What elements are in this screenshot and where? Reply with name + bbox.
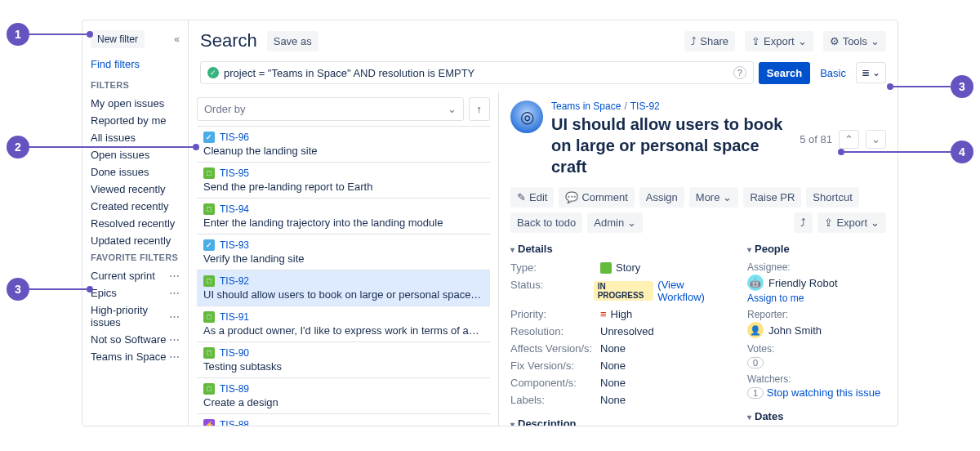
callout-3-left: 3: [7, 278, 93, 301]
chevron-down-icon: ⌄: [871, 217, 880, 229]
comment-icon: 💬: [565, 191, 578, 203]
chevron-down-icon: ⌄: [448, 103, 457, 115]
help-icon[interactable]: ?: [733, 66, 746, 79]
more-icon[interactable]: ⋯: [169, 270, 180, 282]
more-icon[interactable]: ⋯: [169, 310, 180, 323]
share-issue-button[interactable]: ⤴: [794, 212, 813, 233]
issue-row[interactable]: □TIS-95Send the pre-landing report to Ea…: [197, 162, 490, 198]
share-icon: ⤴: [800, 217, 806, 229]
sidebar-filter[interactable]: Viewed recently: [91, 181, 180, 198]
issue-row[interactable]: □TIS-89Create a design: [197, 377, 490, 413]
details-heading[interactable]: Details: [510, 243, 728, 255]
gear-icon: ⚙: [830, 35, 840, 47]
caret-icon: [747, 243, 751, 255]
issue-key[interactable]: TIS-91: [220, 311, 249, 323]
order-by-select[interactable]: Order by⌄: [197, 97, 464, 121]
story-icon: □: [203, 167, 215, 179]
issue-summary: Cleanup the landing site: [203, 145, 483, 157]
sidebar-filter[interactable]: Done issues: [91, 163, 180, 181]
sidebar-favorite-filter[interactable]: Epics⋯: [91, 284, 180, 301]
dates-heading[interactable]: Dates: [747, 410, 886, 422]
story-icon: □: [203, 347, 215, 359]
chevron-down-icon: ⌄: [872, 67, 880, 78]
caret-icon: [747, 410, 751, 422]
page-title: Search: [200, 30, 257, 51]
more-icon[interactable]: ⋯: [169, 351, 180, 363]
issue-summary: Create a design: [203, 396, 483, 409]
main-area: Search Save as ⤴Share ⇪Export ⌄ ⚙Tools ⌄…: [189, 20, 898, 426]
story-icon: □: [203, 311, 215, 323]
collapse-sidebar-icon[interactable]: «: [174, 33, 180, 45]
issue-row[interactable]: □TIS-90Testing subtasks: [197, 342, 490, 377]
export-icon: ⇪: [751, 35, 760, 47]
epic-icon: ⚡: [203, 419, 215, 426]
stop-watching-link[interactable]: Stop watching this issue: [767, 386, 880, 399]
breadcrumb[interactable]: Teams in Space/TIS-92: [551, 100, 791, 112]
share-button[interactable]: ⤴Share: [684, 31, 735, 51]
admin-button[interactable]: Admin ⌄: [587, 212, 643, 233]
issue-row[interactable]: □TIS-94Enter the landing trajectory into…: [197, 198, 490, 234]
view-workflow-link[interactable]: (View Workflow): [657, 279, 728, 303]
export-icon: ⇪: [824, 217, 833, 229]
export-issue-button[interactable]: ⇪ Export ⌄: [817, 212, 886, 233]
sidebar-filter[interactable]: My open issues: [91, 95, 180, 112]
votes-count: 0: [747, 357, 764, 368]
issue-row[interactable]: ✓TIS-96Cleanup the landing site: [197, 126, 490, 162]
issue-summary: Send the pre-landing report to Earth: [203, 181, 483, 193]
save-as-button[interactable]: Save as: [267, 31, 318, 51]
task-icon: ✓: [203, 132, 215, 143]
sidebar-filter[interactable]: Reported by me: [91, 112, 180, 129]
more-button[interactable]: More ⌄: [689, 187, 739, 208]
caret-icon: [510, 418, 514, 426]
assign-button[interactable]: Assign: [639, 187, 684, 208]
basic-search-link[interactable]: Basic: [815, 64, 851, 83]
sidebar-filter[interactable]: Updated recently: [91, 232, 180, 249]
issue-key[interactable]: TIS-95: [220, 167, 249, 179]
jql-input[interactable]: ✓ project = "Teams in Space" AND resolut…: [200, 61, 754, 84]
sidebar: New filter « Find filters Filters My ope…: [82, 20, 189, 426]
find-filters-link[interactable]: Find filters: [91, 58, 180, 70]
sidebar-favorite-filter[interactable]: Teams in Space⋯: [91, 348, 180, 365]
sidebar-favorite-filter[interactable]: High-priority issues⋯: [91, 301, 180, 331]
more-icon[interactable]: ⋯: [169, 333, 180, 346]
raise-pr-button[interactable]: Raise PR: [743, 187, 801, 208]
issue-key[interactable]: TIS-94: [220, 203, 249, 215]
sidebar-favorite-filter[interactable]: Current sprint⋯: [91, 267, 180, 284]
issue-key[interactable]: TIS-93: [220, 239, 249, 251]
story-icon: □: [203, 383, 215, 395]
back-to-todo-button[interactable]: Back to todo: [510, 212, 582, 233]
tools-button[interactable]: ⚙Tools ⌄: [823, 31, 886, 51]
edit-button[interactable]: ✎ Edit: [510, 187, 554, 208]
chevron-down-icon: ⌄: [798, 35, 807, 47]
layout-toggle[interactable]: ≣⌄: [856, 62, 886, 83]
issue-key[interactable]: TIS-90: [220, 347, 249, 359]
export-button[interactable]: ⇪Export ⌄: [745, 31, 813, 51]
assign-to-me-link[interactable]: Assign to me: [747, 292, 886, 304]
sort-direction-button[interactable]: ↑: [469, 97, 491, 121]
issue-title: UI should allow users to book on large o…: [551, 114, 791, 177]
sidebar-favorite-filter[interactable]: Not so Software⋯: [91, 331, 180, 348]
description-heading[interactable]: Description: [510, 418, 728, 426]
chevron-down-icon: ⌄: [723, 191, 732, 203]
issue-row[interactable]: ⚡TIS-88All activities leading to mission…: [197, 413, 490, 426]
priority-high-icon: ≡: [600, 308, 607, 320]
assignee-name: Friendly Robot: [768, 277, 838, 289]
issue-row[interactable]: ✓TIS-93Verify the landing site: [197, 234, 490, 270]
issue-key[interactable]: TIS-92: [220, 275, 249, 287]
sidebar-filter[interactable]: Resolved recently: [91, 215, 180, 232]
new-filter-button[interactable]: New filter: [91, 30, 145, 48]
sidebar-filter[interactable]: Created recently: [91, 198, 180, 215]
more-icon[interactable]: ⋯: [169, 287, 180, 299]
shortcut-button[interactable]: Shortcut: [806, 187, 858, 208]
issue-summary: Enter the landing trajectory into the la…: [203, 217, 483, 229]
filters-heading: Filters: [91, 80, 180, 90]
comment-button[interactable]: 💬 Comment: [559, 187, 634, 208]
issue-row[interactable]: □TIS-91As a product owner, I'd like to e…: [197, 306, 490, 342]
issue-row[interactable]: □TIS-92UI should allow users to book on …: [197, 270, 490, 306]
search-bar: ✓ project = "Teams in Space" AND resolut…: [189, 61, 898, 92]
issue-key[interactable]: TIS-88: [220, 419, 249, 426]
people-heading[interactable]: People: [747, 243, 886, 255]
issue-key[interactable]: TIS-96: [220, 132, 249, 143]
search-button[interactable]: Search: [759, 62, 810, 84]
issue-key[interactable]: TIS-89: [220, 383, 249, 395]
